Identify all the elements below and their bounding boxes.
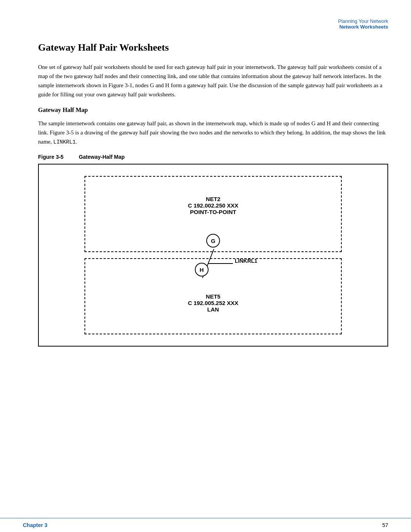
section-heading: Gateway Half Map (38, 107, 388, 113)
page-title: Gateway Half Pair Worksheets (38, 42, 388, 53)
net2-name: NET2 (85, 196, 341, 202)
linkrl1-label: LINKRL1 (235, 258, 257, 264)
net5-address: C 192.005.252 XXX (85, 300, 341, 306)
net5-name: NET5 (85, 293, 341, 300)
net2-box: NET2 C 192.002.250 XXX POINT-TO-POINT G (84, 176, 342, 252)
figure-label: Figure 3-5 (38, 154, 64, 160)
section-paragraph-end: . (76, 139, 77, 145)
net2-type: POINT-TO-POINT (85, 209, 341, 215)
section-paragraph-text: The sample internetwork contains one gat… (38, 120, 386, 145)
figure-title: Gateway-Half Map (79, 154, 125, 160)
node-h-label: H (200, 267, 204, 273)
net5-type: LAN (85, 306, 341, 313)
footer-chapter: Chapter 3 (23, 522, 48, 528)
net2-labels: NET2 C 192.002.250 XXX POINT-TO-POINT (85, 196, 341, 215)
intro-paragraph: One set of gateway half pair worksheets … (38, 62, 388, 99)
net2-address: C 192.002.250 XXX (85, 202, 341, 209)
breadcrumb-current: Network Worksheets (338, 24, 388, 30)
node-g: G (206, 234, 220, 248)
net5-labels: NET5 C 192.005.252 XXX LAN (85, 293, 341, 313)
figure-caption: Figure 3-5 Gateway-Half Map (38, 154, 388, 160)
page: Planning Your Network Network Worksheets… (0, 0, 411, 532)
footer: Chapter 3 57 (0, 518, 411, 532)
node-h: H (195, 263, 209, 276)
section-paragraph: The sample internetwork contains one gat… (38, 119, 388, 146)
net5-box: H NET5 C 192.005.252 XXX LAN (84, 258, 342, 334)
section-paragraph-code: LINKRL1 (53, 139, 76, 145)
footer-page-number: 57 (382, 522, 388, 528)
main-content: Gateway Half Pair Worksheets One set of … (38, 42, 388, 358)
header-breadcrumb: Planning Your Network Network Worksheets (338, 18, 388, 30)
breadcrumb-parent: Planning Your Network (338, 18, 388, 24)
node-g-label: G (211, 238, 215, 244)
diagram-container: NET2 C 192.002.250 XXX POINT-TO-POINT G … (38, 164, 388, 347)
